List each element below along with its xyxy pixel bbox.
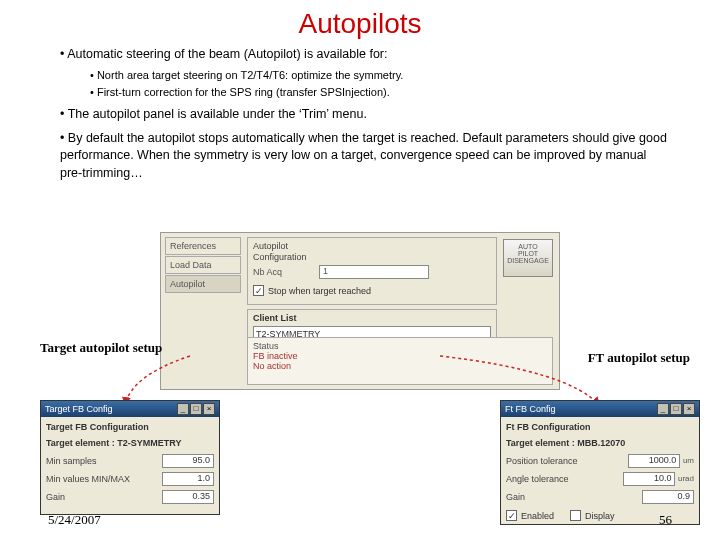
gain-right-input[interactable]: 0.9 [642,490,694,504]
bullet-3: By default the autopilot stops automatic… [60,130,670,183]
element-right: Target element : MBB.12070 [506,438,694,448]
bullet-1: Automatic steering of the beam (Autopilo… [60,46,670,64]
angle-tol-label: Angle tolerance [506,474,569,484]
bullet-1b: First-turn correction for the SPS ring (… [90,85,670,100]
angle-tol-unit: urad [678,474,694,483]
heading-left: Target FB Configuration [46,422,214,432]
annotation-left: Target autopilot setup [40,340,162,356]
ft-fb-window: Ft FB Config _ □ × Ft FB Configuration T… [500,400,700,525]
nbacq-label: Nb Acq [253,267,313,277]
display-checkbox[interactable]: Display [570,510,615,521]
autopilot-panel: References Load Data Autopilot Autopilot… [160,232,560,390]
tab-references[interactable]: References [165,237,241,255]
autopilot-disengage-button[interactable]: AUTO PILOT DISENGAGE [503,239,553,277]
stop-checkbox[interactable]: ✓ Stop when target reached [253,285,491,296]
window-buttons-left: _ □ × [177,403,215,415]
screenshot-area: References Load Data Autopilot Autopilot… [0,232,720,412]
nbacq-field: Nb Acq 1 [253,265,491,279]
pos-tol-unit: um [683,456,694,465]
annotation-right: FT autopilot setup [588,350,690,366]
close-button[interactable]: × [683,403,695,415]
status-line2: No action [253,361,547,371]
maximize-button[interactable]: □ [190,403,202,415]
status-label: Status [253,341,547,351]
display-label: Display [585,511,615,521]
titlebar-right: Ft FB Config _ □ × [501,401,699,417]
min-values-input[interactable]: 1.0 [162,472,214,486]
min-samples-input[interactable]: 95.0 [162,454,214,468]
enabled-checkbox[interactable]: ✓ Enabled [506,510,554,521]
footer-page: 56 [659,512,672,528]
tab-load-data[interactable]: Load Data [165,256,241,274]
footer-date: 5/24/2007 [48,512,101,528]
bullet-1a: North area target steering on T2/T4/T6: … [90,68,670,83]
client-label: Client List [253,313,491,323]
autopilot-config-group: Autopilot Configuration Nb Acq 1 ✓ Stop … [247,237,497,305]
gain-left-input[interactable]: 0.35 [162,490,214,504]
nbacq-input[interactable]: 1 [319,265,429,279]
gain-right-label: Gain [506,492,525,502]
stop-label: Stop when target reached [268,286,371,296]
page-title: Autopilots [0,0,720,46]
pos-tol-label: Position tolerance [506,456,578,466]
status-line1: FB inactive [253,351,547,361]
window-body-left: Target FB Configuration Target element :… [41,417,219,513]
gain-left-label: Gain [46,492,65,502]
row-pos-tol: Position tolerance 1000.0 um [506,454,694,468]
window-title-right: Ft FB Config [505,404,556,414]
ap-button-label: AUTO PILOT DISENGAGE [504,243,552,264]
checkbox-icon: ✓ [506,510,517,521]
side-tabs: References Load Data Autopilot [165,237,241,294]
tab-autopilot[interactable]: Autopilot [165,275,241,293]
config-label: Configuration [253,252,491,262]
window-body-right: Ft FB Configuration Target element : MBB… [501,417,699,526]
min-values-label: Min values MIN/MAX [46,474,130,484]
autopilot-group-label: Autopilot [253,241,491,251]
row-angle-tol: Angle tolerance 10.0 urad [506,472,694,486]
row-gain-left: Gain 0.35 [46,490,214,504]
maximize-button[interactable]: □ [670,403,682,415]
body-text: Automatic steering of the beam (Autopilo… [0,46,720,182]
enabled-label: Enabled [521,511,554,521]
checkbox-icon: ✓ [253,285,264,296]
checkbox-icon [570,510,581,521]
bullet-2: The autopilot panel is available under t… [60,106,670,124]
angle-tol-input[interactable]: 10.0 [623,472,675,486]
row-gain-right: Gain 0.9 [506,490,694,504]
target-fb-window: Target FB Config _ □ × Target FB Configu… [40,400,220,515]
pos-tol-input[interactable]: 1000.0 [628,454,680,468]
row-min-samples: Min samples 95.0 [46,454,214,468]
heading-right: Ft FB Configuration [506,422,694,432]
status-group: Status FB inactive No action [247,337,553,385]
window-buttons-right: _ □ × [657,403,695,415]
min-samples-label: Min samples [46,456,97,466]
minimize-button[interactable]: _ [177,403,189,415]
element-left: Target element : T2-SYMMETRY [46,438,214,448]
window-title-left: Target FB Config [45,404,113,414]
titlebar-left: Target FB Config _ □ × [41,401,219,417]
close-button[interactable]: × [203,403,215,415]
row-min-values: Min values MIN/MAX 1.0 [46,472,214,486]
minimize-button[interactable]: _ [657,403,669,415]
